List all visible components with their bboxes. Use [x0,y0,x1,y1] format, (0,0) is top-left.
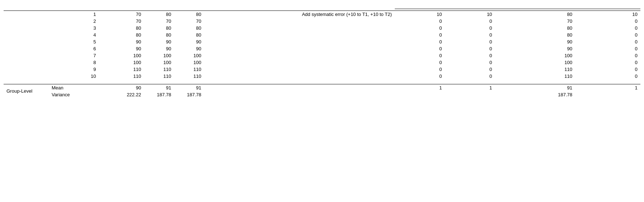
group-mean-t1-t2: 91 [495,84,575,91]
cell-true-score: 100 [99,59,144,66]
cell-mean-level-bias: 0 [575,66,640,73]
cell-mean-t1-t2: 100 [495,52,575,59]
cell-group-empty [4,18,49,25]
cell-bias-t2: 0 [445,18,495,25]
cell-mean-t1-t2: 70 [495,18,575,25]
cell-bias-t2: 0 [445,45,495,52]
cell-participant: 10 [49,73,99,80]
cell-participant: 7 [49,52,99,59]
cell-bias-t2: 0 [445,52,495,59]
cell-influence [204,31,395,38]
cell-influence [204,25,395,31]
cell-t1: 80 [144,31,174,38]
group-variance-t1: 187.78 [144,91,174,98]
cell-mean-t1-t2: 110 [495,66,575,73]
cell-participant: 3 [49,25,99,31]
group-mean-label: Mean [49,84,99,91]
cell-t2: 100 [174,59,204,66]
group-variance-bias-t1 [395,91,445,98]
group-variance-label: Variance [49,91,99,98]
cell-bias-t1: 0 [395,59,445,66]
cell-true-score: 80 [99,31,144,38]
cell-t1: 100 [144,52,174,59]
cell-bias-t1: 0 [395,73,445,80]
cell-bias-t2: 0 [445,73,495,80]
cell-bias-t1: 0 [395,52,445,59]
cell-bias-t1: 0 [395,38,445,45]
blank-row [4,80,640,84]
cell-mean-t1-t2: 90 [495,45,575,52]
cell-t1: 80 [144,11,174,18]
cell-bias-t2: 0 [445,38,495,45]
cell-t2: 110 [174,73,204,80]
table-row: 5 90 90 90 0 0 90 0 [4,38,640,45]
cell-participant: 1 [49,11,99,18]
cell-mean-t1-t2: 100 [495,59,575,66]
cell-mean-t1-t2: 80 [495,31,575,38]
group-variance-true-score: 222.22 [99,91,144,98]
cell-influence [204,45,395,52]
group-mean-bias-t1: 1 [395,84,445,91]
cell-influence [204,38,395,45]
table-row: 1 70 80 80 Add systematic error (+10 to … [4,11,640,18]
cell-influence [204,59,395,66]
cell-mean-level-bias: 0 [575,18,640,25]
cell-true-score: 110 [99,66,144,73]
table-row: 2 70 70 70 0 0 70 0 [4,18,640,25]
cell-t1: 70 [144,18,174,25]
cell-t2: 80 [174,31,204,38]
cell-bias-t1: 0 [395,66,445,73]
cell-bias-t2: 10 [445,11,495,18]
cell-mean-level-bias: 0 [575,45,640,52]
cell-influence [204,73,395,80]
table-row: 8 100 100 100 0 0 100 0 [4,59,640,66]
cell-group-empty [4,31,49,38]
cell-mean-level-bias: 10 [575,11,640,18]
group-variance-row: Variance 222.22 187.78 187.78 187.78 [4,91,640,98]
cell-group-empty [4,66,49,73]
group-variance-influence [204,91,395,98]
cell-influence [204,52,395,59]
cell-group-empty [4,59,49,66]
cell-t1: 80 [144,25,174,31]
cell-group-empty [4,73,49,80]
cell-group-empty [4,38,49,45]
group-mean-true-score: 90 [99,84,144,91]
cell-mean-level-bias: 0 [575,59,640,66]
cell-bias-t2: 0 [445,66,495,73]
cell-participant: 4 [49,31,99,38]
group-mean-level-bias: 1 [575,84,640,91]
cell-bias-t1: 0 [395,25,445,31]
cell-influence [204,18,395,25]
cell-t2: 90 [174,45,204,52]
main-table: 1 70 80 80 Add systematic error (+10 to … [4,7,640,98]
cell-true-score: 90 [99,38,144,45]
cell-mean-level-bias: 0 [575,31,640,38]
group-variance-t2: 187.78 [174,91,204,98]
cell-mean-level-bias: 0 [575,73,640,80]
cell-t2: 70 [174,18,204,25]
table-row: 4 80 80 80 0 0 80 0 [4,31,640,38]
table-row: 10 110 110 110 0 0 110 0 [4,73,640,80]
cell-group-empty [4,11,49,18]
cell-t2: 90 [174,38,204,45]
cell-mean-level-bias: 0 [575,38,640,45]
group-variance-bias-t2 [445,91,495,98]
cell-participant: 8 [49,59,99,66]
cell-participant: 6 [49,45,99,52]
cell-mean-t1-t2: 80 [495,25,575,31]
cell-t2: 110 [174,66,204,73]
cell-influence [204,66,395,73]
group-level-label: Group-Level [4,84,49,98]
cell-bias-t2: 0 [445,31,495,38]
group-mean-t2: 91 [174,84,204,91]
cell-t2: 80 [174,25,204,31]
table-row: 9 110 110 110 0 0 110 0 [4,66,640,73]
cell-true-score: 90 [99,45,144,52]
group-mean-row: Group-Level Mean 90 91 91 1 1 91 1 [4,84,640,91]
cell-t1: 100 [144,59,174,66]
cell-bias-t1: 0 [395,18,445,25]
cell-influence: Add systematic error (+10 to T1, +10 to … [204,11,395,18]
cell-true-score: 100 [99,52,144,59]
cell-participant: 5 [49,38,99,45]
